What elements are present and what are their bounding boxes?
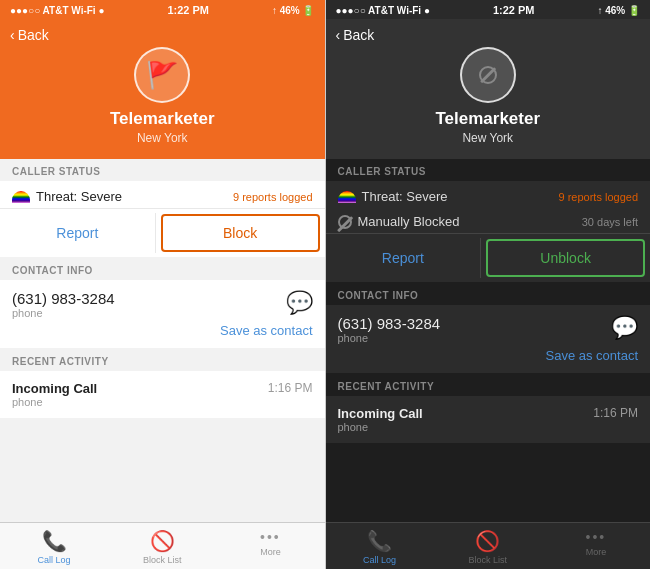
blocklist-label-right: Block List	[469, 555, 508, 565]
tab-bar-right: 📞 Call Log 🚫 Block List ••• More	[326, 522, 651, 569]
status-right-right: ↑ 46% 🔋	[597, 5, 640, 16]
contact-card-left: (631) 983-3284 phone 💬 Save as contact	[0, 280, 325, 348]
unblock-button-right[interactable]: Unblock	[486, 239, 645, 277]
avatar-left: 🚩	[134, 47, 190, 103]
report-button-left[interactable]: Report	[0, 209, 155, 257]
manual-block-icon	[338, 215, 352, 229]
back-button-left[interactable]: ‹ Back	[10, 27, 49, 43]
action-divider-right	[480, 238, 481, 278]
caller-status-card-left: Threat: Severe 9 reports logged Report B…	[0, 181, 325, 257]
manual-label: Manually Blocked	[358, 214, 460, 229]
chevron-left-icon: ‹	[10, 27, 15, 43]
contact-top-left: (631) 983-3284 phone 💬	[12, 290, 313, 319]
tab-more-left[interactable]: ••• More	[216, 529, 324, 565]
caller-name-right: Telemarketer	[435, 109, 540, 129]
status-bar-right: ●●●○○ AT&T Wi-Fi ● 1:22 PM ↑ 46% 🔋	[326, 0, 651, 19]
blocklist-label-left: Block List	[143, 555, 182, 565]
report-button-right[interactable]: Report	[326, 234, 481, 282]
block-circle-icon	[479, 66, 497, 84]
tab-bar-left: 📞 Call Log 🚫 Block List ••• More	[0, 522, 325, 569]
calllog-icon-left: 📞	[42, 529, 67, 553]
contact-info-header-right: CONTACT INFO	[326, 283, 651, 305]
message-icon-right[interactable]: 💬	[611, 315, 638, 341]
manual-left-right: Manually Blocked	[338, 214, 460, 229]
reports-badge-left: 9 reports logged	[233, 191, 313, 203]
rainbow-icon-left	[12, 191, 30, 203]
back-label-left: Back	[18, 27, 49, 43]
calllog-icon-right: 📞	[367, 529, 392, 553]
status-left: ●●●○○ AT&T Wi-Fi ●	[10, 5, 104, 16]
activity-title-left: Incoming Call	[12, 381, 97, 396]
tab-blocklist-right[interactable]: 🚫 Block List	[434, 529, 542, 565]
blocklist-icon-right: 🚫	[475, 529, 500, 553]
activity-row-left: Incoming Call 1:16 PM	[12, 381, 313, 396]
phone-number-left: (631) 983-3284	[12, 290, 115, 307]
status-bar-left: ●●●○○ AT&T Wi-Fi ● 1:22 PM ↑ 46% 🔋	[0, 0, 325, 19]
recent-activity-header-right: RECENT ACTIVITY	[326, 374, 651, 396]
flag-icon: 🚩	[146, 60, 178, 91]
left-panel: ●●●○○ AT&T Wi-Fi ● 1:22 PM ↑ 46% 🔋 ‹ Bac…	[0, 0, 325, 569]
caller-status-card-right: Threat: Severe 9 reports logged Manually…	[326, 181, 651, 282]
header-right: ‹ Back Telemarketer New York	[326, 19, 651, 159]
header-left: ‹ Back 🚩 Telemarketer New York	[0, 19, 325, 159]
threat-label-right: Threat: Severe	[362, 189, 448, 204]
avatar-right	[460, 47, 516, 103]
phone-type-left: phone	[12, 307, 115, 319]
block-button-left[interactable]: Block	[161, 214, 320, 252]
save-contact-left[interactable]: Save as contact	[12, 323, 313, 338]
chevron-left-icon-right: ‹	[336, 27, 341, 43]
manual-row-right: Manually Blocked 30 days left	[326, 208, 651, 233]
contact-top-right: (631) 983-3284 phone 💬	[338, 315, 639, 344]
caller-status-header-right: CALLER STATUS	[326, 159, 651, 181]
message-icon-left[interactable]: 💬	[286, 290, 313, 316]
content-left: CALLER STATUS Threat: Severe 9 reports l…	[0, 159, 325, 522]
right-panel: ●●●○○ AT&T Wi-Fi ● 1:22 PM ↑ 46% 🔋 ‹ Bac…	[326, 0, 651, 569]
more-icon-right: •••	[586, 529, 607, 545]
action-row-left: Report Block	[0, 208, 325, 257]
activity-card-left: Incoming Call 1:16 PM phone	[0, 371, 325, 418]
action-row-right: Report Unblock	[326, 233, 651, 282]
more-label-right: More	[586, 547, 607, 557]
contact-info-header-left: CONTACT INFO	[0, 258, 325, 280]
caller-location-left: New York	[137, 131, 188, 145]
threat-left: Threat: Severe	[12, 189, 122, 204]
tab-more-right[interactable]: ••• More	[542, 529, 650, 565]
threat-label-left: Threat: Severe	[36, 189, 122, 204]
recent-activity-header-left: RECENT ACTIVITY	[0, 349, 325, 371]
threat-row-left: Threat: Severe 9 reports logged	[0, 181, 325, 208]
save-contact-right[interactable]: Save as contact	[338, 348, 639, 363]
status-time-right: 1:22 PM	[493, 4, 535, 16]
activity-type-right: phone	[338, 421, 639, 433]
blocklist-icon-left: 🚫	[150, 529, 175, 553]
back-label-right: Back	[343, 27, 374, 43]
contact-details-left: (631) 983-3284 phone	[12, 290, 115, 319]
more-label-left: More	[260, 547, 281, 557]
caller-status-header-left: CALLER STATUS	[0, 159, 325, 181]
more-icon-left: •••	[260, 529, 281, 545]
content-right: CALLER STATUS Threat: Severe 9 reports l…	[326, 159, 651, 522]
status-time: 1:22 PM	[167, 4, 209, 16]
rainbow-icon-right	[338, 191, 356, 203]
action-divider-left	[155, 213, 156, 253]
reports-badge-right: 9 reports logged	[559, 191, 639, 203]
calllog-label-left: Call Log	[38, 555, 71, 565]
caller-location-right: New York	[462, 131, 513, 145]
tab-blocklist-left[interactable]: 🚫 Block List	[108, 529, 216, 565]
tab-calllog-left[interactable]: 📞 Call Log	[0, 529, 108, 565]
status-left-right: ●●●○○ AT&T Wi-Fi ●	[336, 5, 430, 16]
activity-card-right: Incoming Call 1:16 PM phone	[326, 396, 651, 443]
activity-type-left: phone	[12, 396, 313, 408]
contact-card-right: (631) 983-3284 phone 💬 Save as contact	[326, 305, 651, 373]
activity-time-left: 1:16 PM	[268, 381, 313, 395]
caller-name-left: Telemarketer	[110, 109, 215, 129]
activity-title-right: Incoming Call	[338, 406, 423, 421]
days-badge: 30 days left	[582, 216, 638, 228]
tab-calllog-right[interactable]: 📞 Call Log	[326, 529, 434, 565]
calllog-label-right: Call Log	[363, 555, 396, 565]
back-button-right[interactable]: ‹ Back	[336, 27, 375, 43]
phone-number-right: (631) 983-3284	[338, 315, 441, 332]
phone-type-right: phone	[338, 332, 441, 344]
threat-row-right: Threat: Severe 9 reports logged	[326, 181, 651, 208]
threat-left-right: Threat: Severe	[338, 189, 448, 204]
activity-row-right: Incoming Call 1:16 PM	[338, 406, 639, 421]
